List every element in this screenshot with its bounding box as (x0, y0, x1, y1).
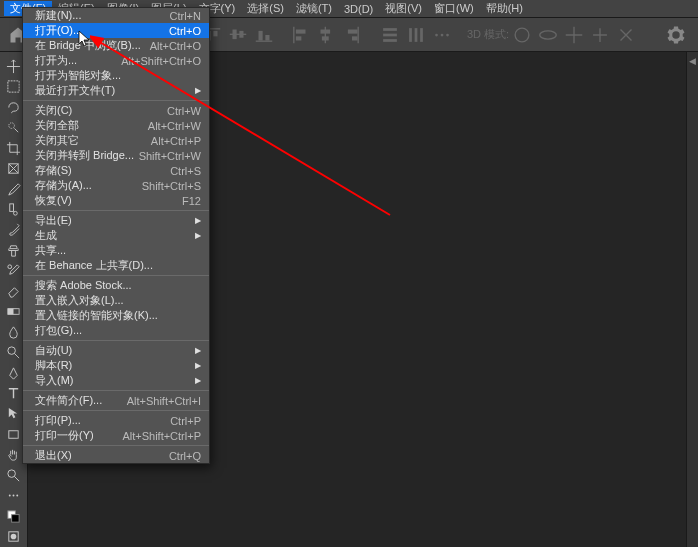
svg-rect-17 (352, 36, 358, 40)
distribute-h-icon[interactable] (405, 24, 427, 46)
menu-separator (23, 410, 209, 411)
collapsed-panels[interactable]: ◀ (686, 52, 698, 547)
fg-bg-color[interactable] (0, 506, 27, 526)
menu-item[interactable]: 最近打开文件(T)▶ (23, 83, 209, 98)
edit-toolbar[interactable] (0, 486, 27, 506)
menu-item-label: 打开为智能对象... (35, 68, 121, 83)
menu-shortcut: Ctrl+S (170, 165, 201, 177)
menu-item[interactable]: 退出(X)Ctrl+Q (23, 448, 209, 463)
menu-item[interactable]: 关闭并转到 Bridge...Shift+Ctrl+W (23, 148, 209, 163)
menu-dd[interactable]: 3D(D) (338, 3, 379, 15)
more-options-icon[interactable] (431, 24, 453, 46)
svg-rect-20 (383, 39, 397, 42)
menu-item[interactable]: 关闭(C)Ctrl+W (23, 103, 209, 118)
menu-item[interactable]: 搜索 Adobe Stock... (23, 278, 209, 293)
align-vcenter-icon[interactable] (227, 24, 249, 46)
menu-item[interactable]: 文件简介(F)...Alt+Shift+Ctrl+I (23, 393, 209, 408)
menu-item[interactable]: 脚本(R)▶ (23, 358, 209, 373)
menu-item[interactable]: 打印一份(Y)Alt+Shift+Ctrl+P (23, 428, 209, 443)
svg-rect-18 (383, 28, 397, 31)
menu-item[interactable]: 共享... (23, 243, 209, 258)
svg-rect-7 (259, 30, 263, 40)
menu-item-label: 置入嵌入对象(L)... (35, 293, 124, 308)
svg-rect-8 (265, 35, 269, 41)
gear-icon[interactable] (666, 25, 686, 45)
submenu-arrow-icon: ▶ (195, 376, 201, 385)
submenu-arrow-icon: ▶ (195, 86, 201, 95)
menu-item-label: 新建(N)... (35, 8, 81, 23)
svg-point-46 (11, 534, 17, 540)
menu-item[interactable]: 打开为...Alt+Shift+Ctrl+O (23, 53, 209, 68)
menu-item[interactable]: 打印(P)...Ctrl+P (23, 413, 209, 428)
svg-rect-21 (409, 28, 412, 42)
menu-separator (23, 100, 209, 101)
menu-item[interactable]: 新建(N)...Ctrl+N (23, 8, 209, 23)
menu-item[interactable]: 自动(U)▶ (23, 343, 209, 358)
zoom-tool[interactable] (0, 465, 27, 485)
menu-item[interactable]: 导出(E)▶ (23, 213, 209, 228)
menu-separator (23, 275, 209, 276)
quick-mask[interactable] (0, 526, 27, 546)
svg-point-39 (8, 470, 16, 478)
menu-shortcut: Shift+Ctrl+S (142, 180, 201, 192)
menu-shortcut: Alt+Shift+Ctrl+P (122, 430, 201, 442)
submenu-arrow-icon: ▶ (195, 346, 201, 355)
menu-item-label: 关闭并转到 Bridge... (35, 148, 134, 163)
menu-separator (23, 390, 209, 391)
menu-item-label: 置入链接的智能对象(K)... (35, 308, 158, 323)
align-right-icon[interactable] (341, 24, 363, 46)
menu-item[interactable]: 关闭其它Alt+Ctrl+P (23, 133, 209, 148)
menu-shortcut: Shift+Ctrl+W (139, 150, 201, 162)
menu-item-label: 在 Bridge 中浏览(B)... (35, 38, 141, 53)
menu-s[interactable]: 选择(S) (241, 1, 290, 16)
menu-item[interactable]: 在 Behance 上共享(D)... (23, 258, 209, 273)
menu-shortcut: Ctrl+O (169, 25, 201, 37)
menu-v[interactable]: 视图(V) (379, 1, 428, 16)
svg-rect-6 (256, 40, 273, 41)
menu-t[interactable]: 滤镜(T) (290, 1, 338, 16)
menu-item[interactable]: 置入链接的智能对象(K)... (23, 308, 209, 323)
menu-h[interactable]: 帮助(H) (480, 1, 529, 16)
svg-rect-19 (383, 33, 397, 36)
menu-item[interactable]: 打包(G)... (23, 323, 209, 338)
svg-rect-16 (348, 29, 358, 33)
menu-item[interactable]: 存储为(A)...Shift+Ctrl+S (23, 178, 209, 193)
menu-item[interactable]: 关闭全部Alt+Ctrl+W (23, 118, 209, 133)
menu-item-label: 文件简介(F)... (35, 393, 102, 408)
submenu-arrow-icon: ▶ (195, 216, 201, 225)
menu-item[interactable]: 生成▶ (23, 228, 209, 243)
align-left-icon[interactable] (289, 24, 311, 46)
menu-item[interactable]: 导入(M)▶ (23, 373, 209, 388)
align-bottom-icon[interactable] (253, 24, 275, 46)
menu-item-label: 共享... (35, 243, 66, 258)
3d-zoom-icon (615, 24, 637, 46)
menu-item-label: 打印(P)... (35, 413, 81, 428)
menu-shortcut: Alt+Shift+Ctrl+I (127, 395, 201, 407)
svg-rect-12 (325, 26, 326, 43)
svg-rect-36 (8, 309, 14, 315)
svg-point-41 (13, 495, 15, 497)
menu-item[interactable]: 置入嵌入对象(L)... (23, 293, 209, 308)
3d-roll-icon (537, 24, 559, 46)
3d-orbit-icon (511, 24, 533, 46)
menu-item-label: 脚本(R) (35, 358, 72, 373)
menu-item-label: 关闭其它 (35, 133, 79, 148)
menu-item-label: 最近打开文件(T) (35, 83, 115, 98)
menu-item[interactable]: 恢复(V)F12 (23, 193, 209, 208)
svg-rect-9 (293, 26, 294, 43)
menu-shortcut: Alt+Ctrl+O (150, 40, 201, 52)
menu-item[interactable]: 存储(S)Ctrl+S (23, 163, 209, 178)
menu-item-label: 搜索 Adobe Stock... (35, 278, 132, 293)
distribute-v-icon[interactable] (379, 24, 401, 46)
align-hcenter-icon[interactable] (315, 24, 337, 46)
menu-shortcut: Ctrl+Q (169, 450, 201, 462)
mode-3d-label: 3D 模式: (467, 27, 509, 42)
svg-rect-22 (415, 28, 418, 42)
menu-item-label: 导出(E) (35, 213, 72, 228)
menu-item[interactable]: 打开(O)...Ctrl+O (23, 23, 209, 38)
menu-item[interactable]: 在 Bridge 中浏览(B)...Alt+Ctrl+O (23, 38, 209, 53)
menu-item-label: 关闭全部 (35, 118, 79, 133)
svg-point-30 (9, 123, 15, 129)
menu-w[interactable]: 窗口(W) (428, 1, 480, 16)
menu-item[interactable]: 打开为智能对象... (23, 68, 209, 83)
